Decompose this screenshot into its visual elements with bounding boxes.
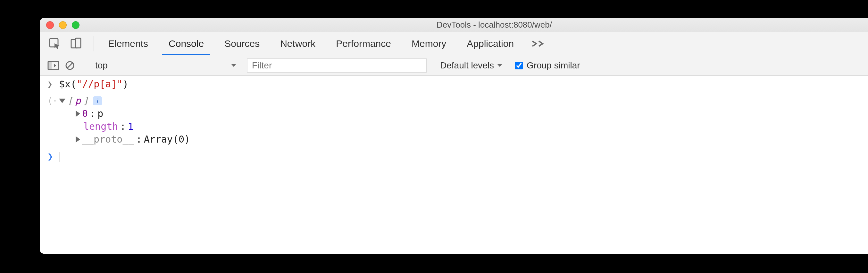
caret-down-icon[interactable] — [59, 99, 65, 103]
tab-performance[interactable]: Performance — [326, 32, 401, 55]
execution-context-select[interactable]: top — [91, 58, 241, 73]
overflow-tabs-button[interactable] — [524, 40, 554, 48]
result-marker-icon: ⟨· — [48, 94, 59, 107]
tab-label: Sources — [224, 38, 260, 49]
tab-label: Elements — [108, 38, 148, 49]
panel-tabs: Elements Console Sources Network Perform… — [98, 32, 524, 55]
console-result: ⟨· [p] i 0: p length: 1 — [40, 92, 868, 148]
device-toolbar-icon[interactable] — [70, 37, 82, 50]
info-icon[interactable]: i — [93, 97, 102, 105]
caret-right-icon[interactable] — [75, 110, 80, 117]
tab-sources[interactable]: Sources — [214, 32, 270, 55]
result-child-0[interactable]: 0: p — [59, 107, 868, 120]
input-expression[interactable]: $x("//p[a]") — [59, 78, 868, 90]
text-cursor — [60, 152, 60, 162]
tab-application[interactable]: Application — [457, 32, 524, 55]
panel-tabs-bar: Elements Console Sources Network Perform… — [40, 32, 868, 55]
token-open: ( — [70, 78, 76, 90]
console-prompt[interactable]: ❯ — [40, 148, 868, 165]
group-similar-label: Group similar — [527, 60, 580, 71]
caret-right-icon[interactable] — [75, 136, 80, 143]
svg-rect-7 — [48, 61, 52, 70]
levels-label: Default levels — [440, 60, 494, 71]
devtools-window: DevTools - localhost:8080/web/ Elements … — [40, 18, 868, 254]
tab-memory[interactable]: Memory — [401, 32, 457, 55]
inspect-element-icon[interactable] — [49, 37, 61, 50]
log-levels-select[interactable]: Default levels — [440, 60, 503, 71]
bracket-close: ] — [83, 94, 89, 107]
window-title: DevTools - localhost:8080/web/ — [40, 20, 868, 30]
console-toolbar: top Default levels Group similar — [40, 55, 868, 76]
titlebar: DevTools - localhost:8080/web/ — [40, 18, 868, 32]
group-similar-checkbox[interactable] — [515, 62, 523, 70]
prompt-marker-icon: ❯ — [48, 150, 59, 163]
prop-sep: : — [136, 133, 142, 146]
bracket-open: [ — [67, 94, 73, 107]
result-summary-row[interactable]: [p] i — [59, 94, 868, 107]
filter-input[interactable] — [247, 58, 427, 73]
tab-network[interactable]: Network — [270, 32, 326, 55]
prop-value: 1 — [128, 120, 133, 133]
array-element: p — [75, 94, 81, 107]
result-child-proto[interactable]: __proto__: Array(0) — [59, 133, 868, 146]
prop-sep: : — [90, 107, 95, 120]
prop-name: length — [83, 120, 118, 133]
tab-console[interactable]: Console — [158, 32, 214, 55]
prop-sep: : — [120, 120, 126, 133]
chevron-down-icon — [230, 63, 237, 68]
divider — [83, 58, 83, 73]
tab-label: Console — [168, 38, 204, 49]
result-child-length[interactable]: length: 1 — [59, 120, 868, 133]
context-label: top — [95, 60, 108, 71]
clear-console-icon[interactable] — [65, 60, 75, 71]
prop-value: p — [97, 107, 103, 120]
tab-label: Memory — [411, 38, 446, 49]
svg-rect-2 — [75, 38, 81, 48]
console-input[interactable] — [59, 150, 868, 163]
tab-label: Network — [280, 38, 315, 49]
token-function: $x — [59, 78, 70, 90]
token-string: "//p[a]" — [76, 78, 123, 90]
tab-elements[interactable]: Elements — [98, 32, 158, 55]
svg-line-9 — [67, 63, 72, 68]
toggle-sidebar-icon[interactable] — [48, 61, 59, 70]
console-body: ❯ $x("//p[a]") ⟨· [p] i 0: p — [40, 76, 868, 254]
prop-name: __proto__ — [82, 133, 134, 146]
input-marker-icon: ❯ — [48, 78, 59, 90]
tab-label: Performance — [336, 38, 391, 49]
divider — [94, 36, 94, 51]
tab-label: Application — [467, 38, 514, 49]
chevron-down-icon — [496, 63, 503, 68]
token-close: ) — [123, 78, 128, 90]
prop-index: 0 — [82, 107, 88, 120]
console-input-echo: ❯ $x("//p[a]") — [40, 76, 868, 92]
group-similar-toggle[interactable]: Group similar — [515, 60, 580, 71]
prop-value: Array(0) — [144, 133, 190, 146]
